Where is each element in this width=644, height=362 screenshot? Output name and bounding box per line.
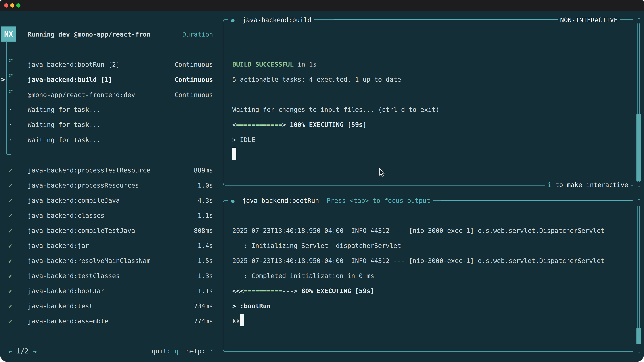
check-icon: ✔ (8, 314, 18, 329)
scroll-up-icon[interactable]: ↑ (635, 193, 643, 208)
terminal-cursor (232, 148, 236, 160)
page-number: 1/2 (16, 347, 28, 355)
log-line: 2025-07-23T13:40:18.950-04:00 INFO 44312… (232, 223, 622, 238)
bootrun-output-log: 2025-07-23T13:40:18.950-04:00 INFO 44312… (232, 223, 622, 329)
page-indicator (12, 347, 16, 355)
typed-input-line[interactable]: kk (232, 314, 622, 329)
task-row-completed[interactable]: java-backend:compileTestJava 808ms (28, 223, 213, 238)
task-row-completed[interactable]: java-backend:bootJar 1.1s (28, 283, 213, 299)
scrollbar-thumb[interactable] (636, 114, 641, 181)
scroll-down-icon[interactable]: ↓ (635, 344, 643, 359)
task-row-completed[interactable]: java-backend:resolveMainClassNam 1.5s (28, 253, 213, 268)
task-row-completed[interactable]: java-backend:processTestResource 889ms (28, 163, 213, 178)
check-icon: ✔ (8, 208, 18, 223)
task-row-completed[interactable]: java-backend:test 734ms (28, 299, 213, 314)
log-line: : Completed initialization in 0 ms (232, 268, 622, 283)
sidebar-header: Running dev @mono-app/react-fron Duratio… (28, 27, 213, 42)
task-row-completed[interactable]: java-backend:compileJava 4.3s (28, 193, 213, 208)
bootrun-progress-bar: <<<==========---> 80% EXECUTING [59s] (232, 283, 622, 299)
tasks-summary: 5 actionable tasks: 4 executed, 1 up-to-… (232, 72, 622, 87)
task-status: Continuous (174, 57, 213, 72)
interactive-hint: i to make interactive (546, 177, 630, 192)
close-button[interactable] (4, 3, 8, 7)
task-name: java-backend:test (28, 299, 93, 314)
interactive-hint-text: to make interactive (552, 181, 628, 189)
quit-key: q (174, 348, 178, 355)
bootrun-output-panel[interactable]: ● java-backend:bootRun Press <tab> to fo… (223, 200, 632, 352)
panel-title: java-backend:bootRun (242, 197, 319, 204)
scroll-down-icon[interactable]: ↓ (635, 177, 643, 192)
task-row-completed[interactable]: java-backend:classes 1.1s (28, 208, 213, 223)
duration-column-label: Duration (182, 27, 213, 42)
task-name: java-backend:bootRun [2] (28, 57, 120, 72)
task-row-completed[interactable]: java-backend:jar 1.4s (28, 238, 213, 253)
task-duration: 808ms (194, 223, 213, 238)
task-dot-icon: ● (231, 17, 234, 23)
waiting-message: Waiting for changes to input files... (c… (232, 102, 622, 117)
task-duration: 4.3s (198, 193, 213, 208)
build-result: BUILD SUCCESSFUL (232, 61, 294, 68)
help-label: help: (178, 348, 209, 355)
check-icon: ✔ (8, 163, 18, 178)
page-next-arrow[interactable]: → (33, 347, 37, 355)
task-name: Waiting for task... (28, 117, 100, 132)
terminal-window: NX Running dev @mono-app/react-fron Dura… (0, 0, 644, 362)
task-row-completed[interactable]: java-backend:testClasses 1.3s (28, 268, 213, 283)
idle-status: > IDLE (232, 132, 622, 147)
task-name: Waiting for task... (28, 132, 100, 147)
task-name: java-backend:processTestResource (28, 163, 150, 178)
task-row-completed[interactable]: java-backend:assemble 774ms (28, 314, 213, 329)
build-output-log: BUILD SUCCESSFUL in 1s 5 actionable task… (232, 57, 622, 162)
help-key: ? (209, 348, 213, 355)
log-line: 2025-07-23T13:40:18.950-04:00 INFO 44312… (232, 253, 622, 268)
task-row-bootrun[interactable]: java-backend:bootRun [2] Continuous (28, 57, 213, 72)
task-row-waiting: Waiting for task... (28, 117, 213, 132)
task-name: @mono-app/react-frontend:dev (28, 87, 135, 102)
header-rule (440, 200, 632, 201)
spinner-icon: ⠋ (8, 85, 18, 100)
task-name: java-backend:build [1] (28, 72, 112, 87)
pager: ← 1/2 → (8, 344, 37, 359)
task-dot-icon: ● (231, 197, 234, 204)
task-name: java-backend:classes (28, 208, 104, 223)
task-duration: 774ms (194, 314, 213, 329)
task-name: java-backend:jar (28, 238, 89, 253)
panel-title: java-backend:build (242, 16, 311, 24)
waiting-bullet-icon: · (8, 117, 18, 132)
mouse-cursor (379, 168, 386, 179)
check-icon: ✔ (8, 223, 18, 238)
keyboard-hints: quit: q help: ? (118, 344, 213, 359)
check-icon: ✔ (8, 178, 18, 193)
zoom-button[interactable] (16, 3, 20, 7)
task-name: java-backend:testClasses (28, 268, 120, 283)
task-name: java-backend:compileTestJava (28, 223, 135, 238)
task-row-waiting: Waiting for task... (28, 132, 213, 147)
check-icon: ✔ (8, 283, 18, 299)
progress-label: 100% EXECUTING [59s] (286, 121, 366, 128)
check-icon: ✔ (8, 238, 18, 253)
log-line: : Initializing Servlet 'dispatcherServle… (232, 238, 622, 253)
task-status: Continuous (174, 72, 213, 87)
task-duration: 889ms (194, 163, 213, 178)
task-row-frontend-dev[interactable]: @mono-app/react-frontend:dev Continuous (28, 87, 213, 102)
quit-label: quit: (152, 348, 174, 355)
task-duration: 1.5s (198, 253, 213, 268)
task-name: java-backend:bootJar (28, 283, 104, 299)
scrollbar-thumb[interactable] (636, 328, 641, 344)
progress-label: 80% EXECUTING [59s] (298, 287, 374, 295)
task-name: Waiting for task... (28, 102, 100, 117)
build-output-panel[interactable]: ● java-backend:build NON-INTERACTIVE i t… (223, 19, 632, 186)
title-bar (0, 0, 644, 11)
task-row-build-selected[interactable]: java-backend:build [1] Continuous (28, 72, 213, 87)
typed-text: kk (232, 318, 240, 325)
scrollbar-track[interactable] (638, 206, 640, 344)
page-prev-arrow[interactable]: ← (8, 347, 12, 355)
task-duration: 1.3s (198, 268, 213, 283)
minimize-button[interactable] (10, 3, 14, 7)
task-duration: 1.1s (198, 283, 213, 299)
task-duration: 1.0s (198, 178, 213, 193)
task-name: java-backend:compileJava (28, 193, 120, 208)
spinner-icon: ⠋ (8, 55, 18, 70)
task-row-completed[interactable]: java-backend:processResources 1.0s (28, 178, 213, 193)
check-icon: ✔ (8, 193, 18, 208)
